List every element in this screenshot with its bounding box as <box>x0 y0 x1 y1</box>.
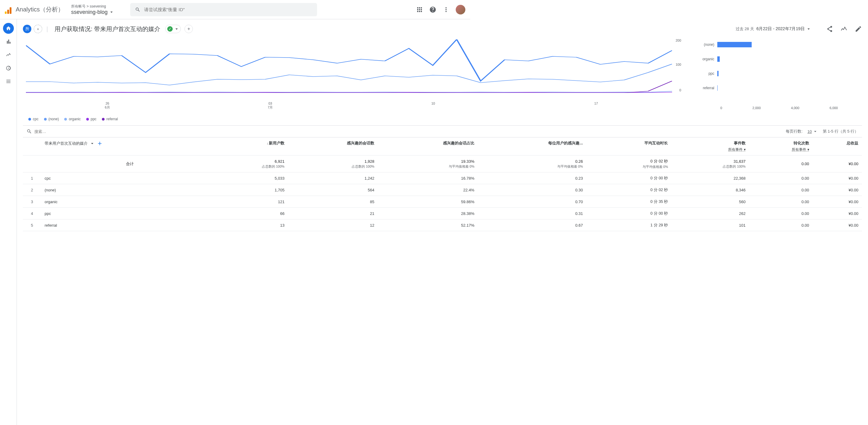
nav-configure[interactable] <box>3 76 14 87</box>
data-table: 带来用户首次互动的媒介 ↓新用户数感兴趣的会话数感兴趣的会话占比每位用户的感兴趣… <box>23 138 470 231</box>
search-icon <box>135 7 141 12</box>
legend-item[interactable]: referral <box>102 117 118 121</box>
chevron-down-icon <box>174 26 179 32</box>
ga-logo[interactable]: Analytics（分析） <box>5 5 64 14</box>
add-dimension-button[interactable] <box>97 141 103 147</box>
chart-legend: cpc(none)organicppcreferral <box>28 117 470 121</box>
table-row[interactable]: 1cpc5,0331,24216.78%0.230 分 00 秒22,3680.… <box>23 173 470 184</box>
header-actions <box>416 5 465 14</box>
check-icon: ✓ <box>167 26 173 32</box>
nav-home[interactable] <box>3 23 14 34</box>
search-icon <box>27 129 32 134</box>
search-box[interactable] <box>130 3 317 16</box>
line-x-axis: 266月 037月 10 17 <box>26 101 470 110</box>
ga-logo-icon <box>5 5 13 14</box>
avatar[interactable] <box>456 5 465 14</box>
nav-reports[interactable] <box>3 36 14 47</box>
table-search-input[interactable] <box>34 129 85 134</box>
left-nav <box>0 19 17 232</box>
column-header[interactable]: 感兴趣的会话占比 <box>378 138 470 155</box>
legend-item[interactable]: organic <box>64 117 81 121</box>
segment-all-chip[interactable]: 所 <box>23 25 31 33</box>
apps-icon[interactable] <box>416 6 423 13</box>
search-input[interactable] <box>144 7 312 12</box>
column-header[interactable]: 感兴趣的会话数 <box>288 138 378 155</box>
help-icon[interactable] <box>429 6 436 13</box>
legend-item[interactable]: (none) <box>44 117 59 121</box>
report-header: 所 + | 用户获取情况: 带来用户首次互动的媒介 ✓ + 过去 28 天 6月… <box>23 19 470 38</box>
line-chart-svg <box>26 38 470 93</box>
app-header: Analytics（分析） 所有帐号 > ssevening ssevening… <box>0 0 470 19</box>
property-picker[interactable]: 所有帐号 > ssevening ssevening-blog <box>71 4 125 16</box>
charts-row: 200 100 0 266月 037月 10 17 (none)organicp… <box>26 38 470 114</box>
report-title: 用户获取情况: 带来用户首次互动的媒介 <box>55 25 160 33</box>
nav-explore[interactable] <box>3 50 14 60</box>
status-chip[interactable]: ✓ <box>165 25 181 33</box>
legend-item[interactable]: ppc <box>86 117 96 121</box>
svg-point-1 <box>8 68 9 69</box>
chevron-down-icon <box>90 141 95 146</box>
add-comparison-button[interactable]: + <box>184 25 193 33</box>
column-header[interactable]: ↓新用户数 <box>211 138 288 155</box>
table-row[interactable]: 4ppc662128.38%0.310 分 00 秒2620.00¥0.00 <box>23 208 470 219</box>
table-search[interactable] <box>27 129 470 134</box>
dimension-picker[interactable]: 带来用户首次互动的媒介 <box>44 141 88 146</box>
more-vert-icon[interactable] <box>442 6 450 13</box>
totals-row: 合计6,921占总数的 100%1,928占总数的 100%19.33%与平均值… <box>23 155 470 173</box>
table-controls: 每页行数: 10 第 1-5 行（共 5 行） <box>23 125 470 138</box>
table-row[interactable]: 5referral131252.17%0.671 分 29 秒1010.00¥0… <box>23 219 470 231</box>
report-content: 所 + | 用户获取情况: 带来用户首次互动的媒介 ✓ + 过去 28 天 6月… <box>17 19 470 232</box>
property-path: 所有帐号 > ssevening <box>71 4 125 9</box>
nav-advertising[interactable] <box>3 63 14 73</box>
legend-item[interactable]: cpc <box>28 117 38 121</box>
table-row[interactable]: 2(none)1,70556422.4%0.300 分 02 秒8,3460.0… <box>23 184 470 196</box>
line-chart: 200 100 0 266月 037月 10 17 <box>26 38 470 114</box>
property-name: ssevening-blog <box>71 9 125 16</box>
table-row[interactable]: 3organic1218559.86%0.700 分 35 秒5600.00¥0… <box>23 196 470 208</box>
table-header-row: 带来用户首次互动的媒介 ↓新用户数感兴趣的会话数感兴趣的会话占比每位用户的感兴趣… <box>23 138 470 155</box>
logo-text: Analytics（分析） <box>16 5 64 13</box>
add-segment-chip[interactable]: + <box>34 25 42 33</box>
chevron-down-icon <box>109 9 114 15</box>
